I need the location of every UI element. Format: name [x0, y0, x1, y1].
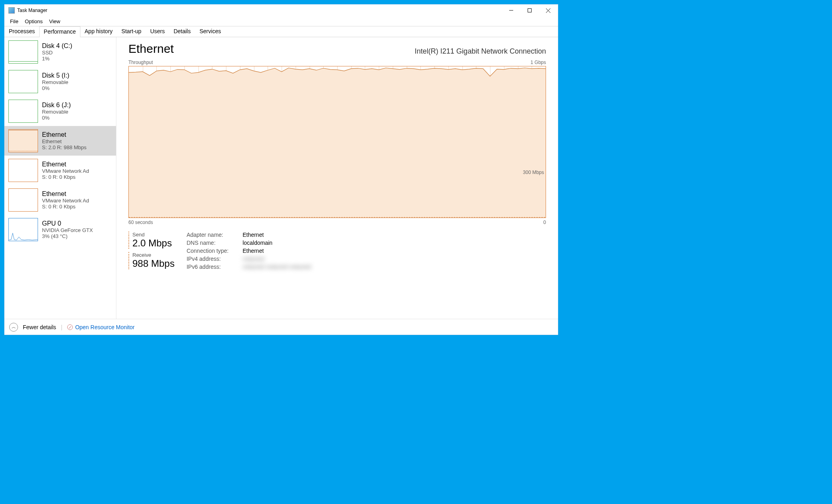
sidebar-item-sub1: Ethernet	[42, 138, 86, 144]
sidebar-thumb	[8, 70, 38, 93]
sidebar-item-sub2: 0%	[42, 115, 71, 121]
menu-options[interactable]: Options	[22, 18, 45, 25]
adapter-name-label: Adapter name:	[186, 232, 238, 238]
sidebar-thumb	[8, 129, 38, 152]
tab-app-history[interactable]: App history	[80, 26, 117, 37]
tab-startup[interactable]: Start-up	[117, 26, 146, 37]
send-stat: Send 2.0 Mbps	[128, 232, 174, 249]
adapter-name-value: Ethernet	[242, 232, 264, 238]
app-icon	[8, 7, 15, 14]
sidebar-item-1[interactable]: Disk 5 (I:)Removable0%	[4, 67, 116, 96]
sidebar-item-sub1: VMware Network Ad	[42, 168, 89, 174]
conn-type-label: Connection type:	[186, 248, 238, 254]
resource-monitor-label: Open Resource Monitor	[75, 324, 135, 330]
sidebar-item-sub1: NVIDIA GeForce GTX	[42, 227, 93, 233]
maximize-button[interactable]	[520, 4, 539, 16]
ipv4-label: IPv4 address:	[186, 256, 238, 262]
sidebar-item-sub1: Removable	[42, 79, 69, 85]
fewer-details-button[interactable]: Fewer details	[23, 324, 56, 330]
sidebar-item-title: Ethernet	[42, 131, 86, 138]
sidebar-item-0[interactable]: Disk 4 (C:)SSD1%	[4, 37, 116, 67]
menu-file[interactable]: File	[8, 18, 21, 25]
chart-label-xstart: 60 seconds	[128, 220, 153, 225]
sidebar-item-6[interactable]: GPU 0NVIDIA GeForce GTX3% (43 °C)	[4, 215, 116, 244]
separator: |	[61, 324, 62, 330]
throughput-chart: 300 Mbps	[128, 66, 546, 218]
tab-services[interactable]: Services	[195, 26, 226, 37]
minimize-button[interactable]	[502, 4, 520, 16]
sidebar-item-title: GPU 0	[42, 220, 93, 227]
ipv6-value: redacted redacted redacted	[242, 264, 311, 270]
sidebar-item-title: Disk 4 (C:)	[42, 42, 72, 50]
sidebar-item-title: Ethernet	[42, 161, 89, 168]
close-button[interactable]	[539, 4, 557, 16]
menu-view[interactable]: View	[47, 18, 63, 25]
tab-performance[interactable]: Performance	[39, 26, 80, 37]
window-controls	[502, 4, 557, 16]
sidebar-item-title: Ethernet	[42, 190, 89, 198]
sidebar-item-sub2: 3% (43 °C)	[42, 233, 93, 239]
window-title: Task Manager	[17, 8, 502, 13]
sidebar-item-sub1: SSD	[42, 50, 72, 56]
adapter-name-full: Intel(R) I211 Gigabit Network Connection	[415, 47, 546, 56]
sidebar-item-sub1: VMware Network Ad	[42, 198, 89, 204]
titlebar: Task Manager	[4, 4, 558, 16]
task-manager-window: Task Manager File Options View Processes…	[4, 4, 558, 335]
send-value: 2.0 Mbps	[132, 238, 174, 249]
chevron-up-icon[interactable]: ︿	[9, 323, 18, 332]
ipv6-label: IPv6 address:	[186, 264, 238, 270]
content-area: Disk 4 (C:)SSD1%Disk 5 (I:)Removable0%Di…	[4, 37, 558, 319]
chart-label-mid: 300 Mbps	[523, 170, 544, 175]
conn-type-value: Ethernet	[242, 248, 264, 254]
sidebar-thumb	[8, 218, 38, 241]
tabbar: Processes Performance App history Start-…	[4, 26, 558, 37]
resource-monitor-icon	[67, 324, 73, 330]
sidebar-thumb	[8, 40, 38, 64]
sidebar-item-title: Disk 6 (J:)	[42, 102, 71, 109]
performance-sidebar[interactable]: Disk 4 (C:)SSD1%Disk 5 (I:)Removable0%Di…	[4, 37, 116, 319]
tab-details[interactable]: Details	[169, 26, 195, 37]
tab-processes[interactable]: Processes	[4, 26, 39, 37]
sidebar-thumb	[8, 159, 38, 182]
sidebar-item-2[interactable]: Disk 6 (J:)Removable0%	[4, 96, 116, 126]
chart-label-throughput: Throughput	[128, 60, 153, 65]
sidebar-thumb	[8, 188, 38, 212]
page-title: Ethernet	[128, 42, 174, 56]
tab-users[interactable]: Users	[146, 26, 169, 37]
menubar: File Options View	[4, 16, 558, 26]
sidebar-item-sub2: S: 0 R: 0 Kbps	[42, 204, 89, 210]
receive-stat: Receive 988 Mbps	[128, 252, 174, 269]
sidebar-item-4[interactable]: EthernetVMware Network AdS: 0 R: 0 Kbps	[4, 156, 116, 185]
receive-value: 988 Mbps	[132, 258, 174, 269]
stats-area: Send 2.0 Mbps Receive 988 Mbps Adapter n…	[128, 232, 546, 272]
ipv4-value: redacted	[242, 256, 264, 262]
sidebar-item-5[interactable]: EthernetVMware Network AdS: 0 R: 0 Kbps	[4, 185, 116, 215]
chart-label-xend: 0	[543, 220, 546, 225]
open-resource-monitor-link[interactable]: Open Resource Monitor	[67, 324, 135, 330]
dns-name-value: localdomain	[242, 240, 272, 246]
sidebar-item-sub1: Removable	[42, 109, 71, 115]
dns-name-label: DNS name:	[186, 240, 238, 246]
sidebar-item-title: Disk 5 (I:)	[42, 72, 69, 79]
main-panel: Ethernet Intel(R) I211 Gigabit Network C…	[116, 37, 558, 319]
chart-label-max: 1 Gbps	[530, 60, 546, 65]
sidebar-item-sub2: S: 2.0 R: 988 Mbps	[42, 144, 86, 150]
receive-label: Receive	[132, 252, 174, 258]
svg-rect-1	[528, 9, 532, 12]
send-label: Send	[132, 232, 174, 238]
sidebar-item-sub2: 1%	[42, 56, 72, 62]
footer: ︿ Fewer details | Open Resource Monitor	[4, 319, 558, 335]
sidebar-item-sub2: 0%	[42, 85, 69, 91]
sidebar-thumb	[8, 100, 38, 123]
sidebar-item-sub2: S: 0 R: 0 Kbps	[42, 174, 89, 180]
sidebar-item-3[interactable]: EthernetEthernetS: 2.0 R: 988 Mbps	[4, 126, 116, 156]
connection-details: Adapter name:Ethernet DNS name:localdoma…	[186, 232, 311, 272]
